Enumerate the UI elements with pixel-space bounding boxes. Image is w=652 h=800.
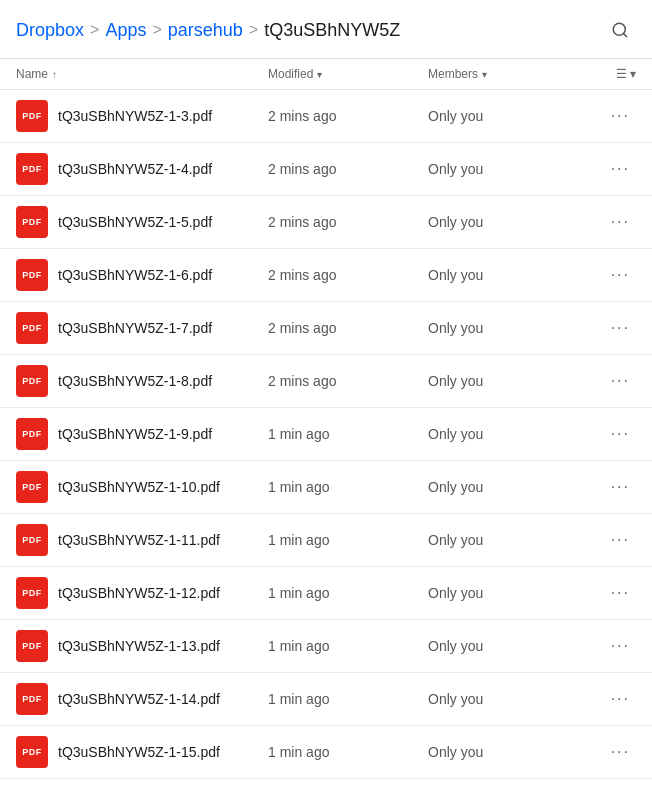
pdf-icon: PDF	[16, 683, 48, 715]
col-modified-header[interactable]: Modified ▾	[268, 67, 428, 81]
file-name: tQ3uSBhNYW5Z-1-13.pdf	[58, 638, 220, 654]
table-row[interactable]: PDF tQ3uSBhNYW5Z-1-7.pdf 2 mins ago Only…	[0, 302, 652, 355]
more-options-button[interactable]: ···	[605, 103, 636, 129]
table-row[interactable]: PDF tQ3uSBhNYW5Z-1-12.pdf 1 min ago Only…	[0, 567, 652, 620]
pdf-icon: PDF	[16, 418, 48, 450]
file-modified: 1 min ago	[268, 479, 428, 495]
file-actions: ···	[588, 739, 636, 765]
file-list: PDF tQ3uSBhNYW5Z-1-3.pdf 2 mins ago Only…	[0, 90, 652, 779]
file-name: tQ3uSBhNYW5Z-1-4.pdf	[58, 161, 212, 177]
col-modified-label: Modified	[268, 67, 313, 81]
more-options-button[interactable]: ···	[605, 156, 636, 182]
file-modified: 1 min ago	[268, 638, 428, 654]
breadcrumb-root[interactable]: Dropbox	[16, 20, 84, 41]
file-modified: 1 min ago	[268, 585, 428, 601]
more-options-button[interactable]: ···	[605, 209, 636, 235]
file-members: Only you	[428, 479, 588, 495]
more-options-button[interactable]: ···	[605, 686, 636, 712]
more-options-button[interactable]: ···	[605, 580, 636, 606]
breadcrumb-sep-1: >	[90, 21, 99, 39]
more-options-button[interactable]: ···	[605, 315, 636, 341]
table-row[interactable]: PDF tQ3uSBhNYW5Z-1-4.pdf 2 mins ago Only…	[0, 143, 652, 196]
file-name-cell: PDF tQ3uSBhNYW5Z-1-4.pdf	[16, 153, 268, 185]
table-row[interactable]: PDF tQ3uSBhNYW5Z-1-13.pdf 1 min ago Only…	[0, 620, 652, 673]
col-name-sort-icon: ↑	[52, 69, 57, 80]
file-name-cell: PDF tQ3uSBhNYW5Z-1-8.pdf	[16, 365, 268, 397]
file-actions: ···	[588, 103, 636, 129]
table-row[interactable]: PDF tQ3uSBhNYW5Z-1-3.pdf 2 mins ago Only…	[0, 90, 652, 143]
file-name: tQ3uSBhNYW5Z-1-15.pdf	[58, 744, 220, 760]
col-name-header[interactable]: Name ↑	[16, 67, 268, 81]
table-row[interactable]: PDF tQ3uSBhNYW5Z-1-5.pdf 2 mins ago Only…	[0, 196, 652, 249]
file-name: tQ3uSBhNYW5Z-1-10.pdf	[58, 479, 220, 495]
file-modified: 2 mins ago	[268, 320, 428, 336]
breadcrumb-sep-2: >	[152, 21, 161, 39]
col-members-header[interactable]: Members ▾	[428, 67, 588, 81]
more-options-button[interactable]: ···	[605, 368, 636, 394]
file-name-cell: PDF tQ3uSBhNYW5Z-1-9.pdf	[16, 418, 268, 450]
breadcrumb-current: tQ3uSBhNYW5Z	[264, 20, 400, 41]
table-row[interactable]: PDF tQ3uSBhNYW5Z-1-6.pdf 2 mins ago Only…	[0, 249, 652, 302]
file-name: tQ3uSBhNYW5Z-1-3.pdf	[58, 108, 212, 124]
file-modified: 1 min ago	[268, 532, 428, 548]
col-members-label: Members	[428, 67, 478, 81]
more-options-button[interactable]: ···	[605, 421, 636, 447]
pdf-icon: PDF	[16, 630, 48, 662]
file-modified: 2 mins ago	[268, 267, 428, 283]
table-row[interactable]: PDF tQ3uSBhNYW5Z-1-15.pdf 1 min ago Only…	[0, 726, 652, 779]
file-name-cell: PDF tQ3uSBhNYW5Z-1-6.pdf	[16, 259, 268, 291]
file-modified: 2 mins ago	[268, 161, 428, 177]
file-members: Only you	[428, 161, 588, 177]
file-name-cell: PDF tQ3uSBhNYW5Z-1-3.pdf	[16, 100, 268, 132]
search-button[interactable]	[604, 14, 636, 46]
file-members: Only you	[428, 691, 588, 707]
more-options-button[interactable]: ···	[605, 262, 636, 288]
col-actions-header[interactable]: ☰ ▾	[588, 67, 636, 81]
file-name-cell: PDF tQ3uSBhNYW5Z-1-5.pdf	[16, 206, 268, 238]
file-name: tQ3uSBhNYW5Z-1-14.pdf	[58, 691, 220, 707]
breadcrumb-parsehub[interactable]: parsehub	[168, 20, 243, 41]
pdf-icon: PDF	[16, 206, 48, 238]
breadcrumb-apps[interactable]: Apps	[105, 20, 146, 41]
file-actions: ···	[588, 686, 636, 712]
file-name: tQ3uSBhNYW5Z-1-6.pdf	[58, 267, 212, 283]
file-members: Only you	[428, 532, 588, 548]
file-name: tQ3uSBhNYW5Z-1-12.pdf	[58, 585, 220, 601]
pdf-icon: PDF	[16, 365, 48, 397]
file-actions: ···	[588, 633, 636, 659]
file-modified: 2 mins ago	[268, 108, 428, 124]
file-modified: 2 mins ago	[268, 214, 428, 230]
file-actions: ···	[588, 209, 636, 235]
file-name-cell: PDF tQ3uSBhNYW5Z-1-11.pdf	[16, 524, 268, 556]
file-name: tQ3uSBhNYW5Z-1-11.pdf	[58, 532, 220, 548]
table-row[interactable]: PDF tQ3uSBhNYW5Z-1-10.pdf 1 min ago Only…	[0, 461, 652, 514]
breadcrumb-sep-3: >	[249, 21, 258, 39]
file-actions: ···	[588, 474, 636, 500]
table-row[interactable]: PDF tQ3uSBhNYW5Z-1-11.pdf 1 min ago Only…	[0, 514, 652, 567]
more-options-button[interactable]: ···	[605, 474, 636, 500]
file-name: tQ3uSBhNYW5Z-1-8.pdf	[58, 373, 212, 389]
file-name-cell: PDF tQ3uSBhNYW5Z-1-15.pdf	[16, 736, 268, 768]
file-members: Only you	[428, 108, 588, 124]
table-row[interactable]: PDF tQ3uSBhNYW5Z-1-8.pdf 2 mins ago Only…	[0, 355, 652, 408]
pdf-icon: PDF	[16, 312, 48, 344]
file-actions: ···	[588, 368, 636, 394]
more-options-button[interactable]: ···	[605, 527, 636, 553]
page-header: Dropbox > Apps > parsehub > tQ3uSBhNYW5Z	[0, 0, 652, 59]
more-options-button[interactable]: ···	[605, 633, 636, 659]
file-name: tQ3uSBhNYW5Z-1-7.pdf	[58, 320, 212, 336]
more-options-button[interactable]: ···	[605, 739, 636, 765]
file-name-cell: PDF tQ3uSBhNYW5Z-1-10.pdf	[16, 471, 268, 503]
table-row[interactable]: PDF tQ3uSBhNYW5Z-1-14.pdf 1 min ago Only…	[0, 673, 652, 726]
file-modified: 1 min ago	[268, 426, 428, 442]
file-name-cell: PDF tQ3uSBhNYW5Z-1-14.pdf	[16, 683, 268, 715]
file-modified: 1 min ago	[268, 744, 428, 760]
pdf-icon: PDF	[16, 471, 48, 503]
col-modified-sort-icon: ▾	[317, 69, 322, 80]
search-icon	[611, 21, 629, 39]
file-modified: 1 min ago	[268, 691, 428, 707]
col-actions-label: ☰ ▾	[616, 67, 636, 81]
file-actions: ···	[588, 315, 636, 341]
file-name-cell: PDF tQ3uSBhNYW5Z-1-12.pdf	[16, 577, 268, 609]
table-row[interactable]: PDF tQ3uSBhNYW5Z-1-9.pdf 1 min ago Only …	[0, 408, 652, 461]
